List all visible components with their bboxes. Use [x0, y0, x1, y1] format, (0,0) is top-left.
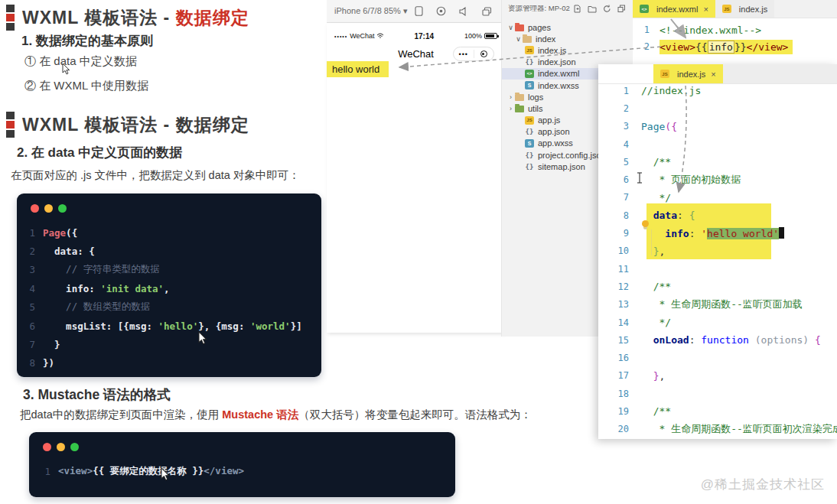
new-folder-icon[interactable]: [588, 5, 597, 13]
capsule-menu[interactable]: •••: [453, 47, 494, 61]
wxml-editor-panel: <> index.wxml × JS index.js 1<!--index.w…: [633, 0, 837, 64]
phone-icon[interactable]: [415, 6, 423, 16]
page-title-2: WXML 模板语法 - 数据绑定: [22, 113, 249, 137]
wxml-code: 1<!--index.wxml-->2<view>{{info}}</view>: [633, 18, 837, 55]
code-line: 17 },: [598, 367, 837, 385]
code-line: 1Page({: [23, 223, 314, 242]
chevron-icon: ›: [506, 93, 515, 101]
tree-item-index[interactable]: ∨index: [502, 33, 633, 44]
code-line: 13 * 生命周期函数--监听页面加载: [598, 296, 837, 314]
js-file-icon: JS: [660, 70, 669, 78]
window-traffic-lights-icon: [17, 193, 321, 213]
code-line: 11: [598, 260, 837, 278]
target-circle-icon[interactable]: [474, 50, 494, 57]
chevron-icon: ∨: [514, 35, 523, 43]
tree-item-label: index.json: [538, 57, 576, 67]
code-block-mustache: 1<view>{{ 要绑定的数据名称 }}</view>: [29, 432, 455, 497]
refresh-icon[interactable]: [603, 5, 611, 13]
watermark: @稀土掘金技术社区: [701, 476, 825, 493]
js-icon: JS: [525, 116, 534, 125]
rendered-hello-world: hello world: [327, 61, 389, 77]
wxss-icon: S: [525, 139, 534, 148]
tree-item-label: index.wxml: [538, 69, 579, 78]
code-line: 5 /**: [598, 153, 837, 171]
battery-icon: [484, 33, 497, 39]
tab-index-js[interactable]: JS index.js: [715, 0, 774, 18]
phone-nav-title: WeChat: [398, 48, 434, 60]
tree-item-label: sitemap.json: [538, 162, 585, 171]
collapse-folders-icon[interactable]: [617, 5, 626, 13]
code-line: 6 * 页面的初始数据: [598, 171, 837, 188]
code-line: 6 msgList: [{msg: 'hello'}, {msg: 'world…: [23, 317, 314, 335]
battery-percent: 100%: [464, 32, 482, 40]
code-line: 20 * 生命周期函数--监听页面初次渲染完成: [598, 421, 837, 438]
close-tab-icon[interactable]: ×: [711, 70, 715, 79]
tree-item-index-js[interactable]: JSindex.js: [502, 44, 633, 56]
code-line: 12 /**: [598, 278, 837, 295]
code-line: 4 info: 'init data',: [23, 279, 314, 298]
tree-item-label: logs: [528, 93, 543, 102]
json-icon: {}: [525, 151, 534, 159]
record-icon[interactable]: [436, 6, 446, 16]
tree-item-label: app.json: [538, 127, 570, 136]
carrier-label: WeChat: [350, 32, 374, 40]
folder-red-icon: [515, 24, 524, 31]
bullet-squares-icon: [6, 5, 15, 31]
page: WXML 模板语法 - 数据绑定 1. 数据绑定的基本原则 ① 在 data 中…: [0, 0, 837, 504]
tab-index-js-overlay[interactable]: JS index.js ×: [653, 64, 723, 83]
code-line: 14 */: [598, 314, 837, 331]
section1-title: 1. 数据绑定的基本原则: [21, 32, 153, 50]
json-icon: {}: [525, 58, 534, 67]
section3-title: 3. Mustache 语法的格式: [23, 385, 171, 404]
section2-desc: 在页面对应的 .js 文件中，把数据定义到 data 对象中即可：: [11, 168, 300, 183]
js-icon: JS: [525, 46, 534, 54]
section1-item-1: ① 在 data 中定义数据: [24, 54, 137, 69]
js-code: 1//index.js23Page({45 /**6 * 页面的初始数据7 */…: [598, 82, 837, 438]
wxml-file-icon: <>: [640, 5, 649, 13]
code-line: 18: [598, 385, 837, 402]
phone-status-bar: ••••• WeChat 17:14 100%: [327, 31, 505, 41]
json-icon: {}: [525, 162, 534, 171]
code-line: 9 info: 'hello world': [598, 224, 837, 242]
code-line: 3Page({: [598, 118, 837, 135]
code-line: 5 // 数组类型的数据: [23, 298, 314, 317]
section2-title: 2. 在 data 中定义页面的数据: [17, 144, 182, 161]
close-tab-icon[interactable]: ×: [703, 5, 708, 14]
tree-item-label: index.js: [538, 46, 566, 55]
slide-heading-2: WXML 模板语法 - 数据绑定: [6, 112, 249, 138]
chevron-icon: ∨: [506, 24, 515, 31]
slide-heading-1: WXML 模板语法 - 数据绑定: [6, 5, 249, 31]
tree-item-label: index: [536, 34, 555, 44]
tree-item-label: index.wxss: [538, 81, 579, 90]
section3-desc: 把data中的数据绑定到页面中渲染，使用 Mustache 语法（双大括号）将变…: [20, 408, 532, 422]
new-file-icon[interactable]: [573, 5, 581, 13]
tree-item-label: project.config.json: [538, 151, 606, 160]
multi-window-icon[interactable]: [482, 7, 492, 16]
explorer-title: 资源管理器: MP-02: [508, 4, 570, 14]
code-line: 1<view>{{ 要绑定的数据名称 }}</view>: [38, 462, 448, 480]
code-line: 4: [598, 135, 837, 153]
bullet-squares-icon: [6, 112, 15, 138]
folder-icon: [515, 94, 524, 101]
more-dots-icon[interactable]: •••: [454, 50, 474, 58]
simulator-toolbar: iPhone 6/7/8 85% ▾: [327, 0, 501, 23]
wxml-editor-tabbar: <> index.wxml × JS index.js: [633, 0, 837, 18]
tree-item-label: utils: [528, 104, 543, 113]
code-line: 2: [598, 99, 837, 117]
code-block-body: 1<view>{{ 要绑定的数据名称 }}</view>: [29, 451, 455, 488]
code-line: 7 }: [23, 335, 314, 353]
code-line: 8}): [23, 354, 314, 372]
code-line: 10 },: [598, 242, 837, 260]
js-file-icon: JS: [722, 5, 731, 13]
explorer-header: 资源管理器: MP-02: [502, 0, 633, 17]
mute-icon[interactable]: [459, 7, 469, 16]
tree-item-pages[interactable]: ∨pages: [502, 21, 633, 33]
tab-index-wxml[interactable]: <> index.wxml ×: [633, 0, 715, 18]
code-block-body: 1Page({2 data: {3 // 字符串类型的数据4 info: 'in…: [17, 213, 321, 380]
chevron-icon: ›: [506, 105, 515, 112]
window-traffic-lights-icon: [29, 432, 455, 451]
wifi-icon: [376, 33, 384, 39]
code-line: 7 */: [598, 189, 837, 206]
folder-icon: [523, 36, 532, 43]
device-selector[interactable]: iPhone 6/7/8 85% ▾: [334, 6, 407, 16]
